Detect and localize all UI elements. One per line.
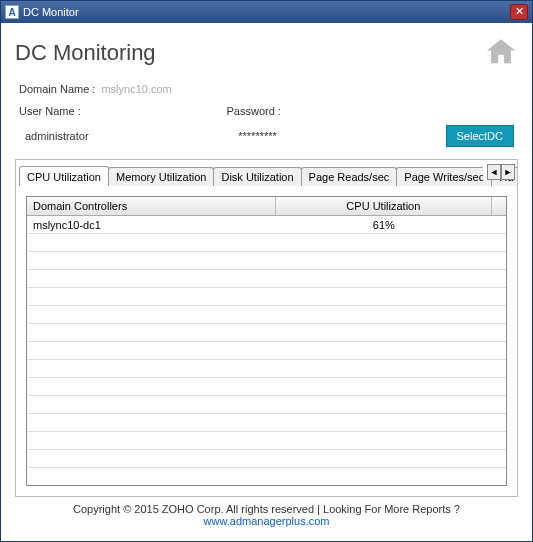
table-row	[27, 270, 506, 288]
tab-scroll-controls: ◄ ►	[483, 164, 515, 180]
grid-header: Domain Controllers CPU Utilization	[27, 197, 506, 216]
app-window: A DC Monitor ✕ DC Monitoring Domain Name…	[0, 0, 533, 542]
table-row	[27, 432, 506, 450]
table-row	[27, 342, 506, 360]
table-row	[27, 378, 506, 396]
home-icon[interactable]	[484, 35, 518, 71]
footer-link[interactable]: www.admanagerplus.com	[204, 515, 330, 527]
tabstrip: CPU Utilization Memory Utilization Disk …	[16, 160, 517, 186]
table-row[interactable]: mslync10-dc1 61%	[27, 216, 506, 234]
table-row	[27, 450, 506, 468]
page-title: DC Monitoring	[15, 40, 156, 66]
close-button[interactable]: ✕	[510, 4, 528, 20]
dc-grid: Domain Controllers CPU Utilization mslyn…	[26, 196, 507, 486]
cell-dc-name: mslync10-dc1	[27, 217, 276, 233]
tab-container: CPU Utilization Memory Utilization Disk …	[15, 159, 518, 497]
user-label: User Name :	[19, 105, 227, 117]
col-header-dc[interactable]: Domain Controllers	[27, 197, 276, 215]
table-row	[27, 234, 506, 252]
table-row	[27, 396, 506, 414]
tab-memory-utilization[interactable]: Memory Utilization	[108, 167, 214, 186]
header-row: DC Monitoring	[15, 35, 518, 71]
cell-cpu-value: 61%	[276, 217, 492, 233]
tab-disk-utilization[interactable]: Disk Utilization	[213, 167, 301, 186]
content-area: DC Monitoring Domain Name : mslync10.com…	[1, 23, 532, 541]
domain-value: mslync10.com	[101, 83, 171, 95]
credentials-form: Domain Name : mslync10.com User Name : P…	[15, 83, 518, 147]
tab-page-writes[interactable]: Page Writes/sec	[396, 167, 492, 186]
table-row	[27, 306, 506, 324]
table-row	[27, 288, 506, 306]
tab-page-reads[interactable]: Page Reads/sec	[301, 167, 398, 186]
window-title: DC Monitor	[23, 6, 506, 18]
col-header-pad	[492, 197, 506, 215]
tab-scroll-right[interactable]: ►	[501, 164, 515, 180]
footer-copyright: Copyright © 2015 ZOHO Corp. All rights r…	[73, 503, 460, 515]
app-icon: A	[5, 5, 19, 19]
titlebar: A DC Monitor ✕	[1, 1, 532, 23]
password-value: *********	[232, 130, 445, 142]
tab-scroll-left[interactable]: ◄	[487, 164, 501, 180]
user-value: administrator	[19, 130, 232, 142]
footer: Copyright © 2015 ZOHO Corp. All rights r…	[15, 497, 518, 533]
table-row	[27, 324, 506, 342]
tab-body: Domain Controllers CPU Utilization mslyn…	[16, 185, 517, 496]
domain-label: Domain Name :	[19, 83, 95, 95]
tab-cpu-utilization[interactable]: CPU Utilization	[19, 166, 109, 186]
password-label: Password :	[227, 105, 435, 117]
col-header-cpu[interactable]: CPU Utilization	[276, 197, 492, 215]
table-row	[27, 252, 506, 270]
grid-body: mslync10-dc1 61%	[27, 216, 506, 485]
table-row	[27, 360, 506, 378]
select-dc-button[interactable]: SelectDC	[446, 125, 514, 147]
table-row	[27, 414, 506, 432]
